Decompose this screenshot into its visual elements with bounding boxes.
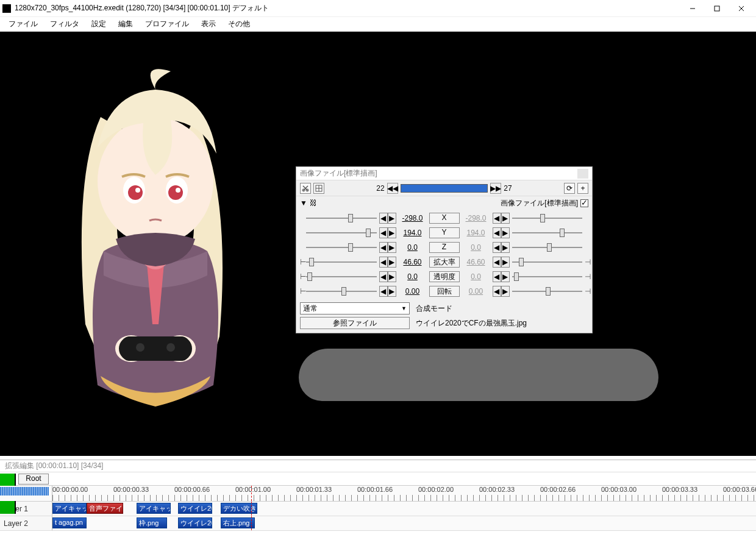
inc-button[interactable]: ▶ — [388, 227, 396, 238]
inc-button-r[interactable]: ▶ — [501, 286, 510, 297]
frame-range-bar[interactable] — [401, 184, 488, 193]
playhead[interactable] — [251, 486, 252, 501]
menu-filter[interactable]: フィルタ — [44, 17, 85, 31]
inc-button[interactable]: ▶ — [388, 257, 396, 268]
inc-button[interactable]: ▶ — [388, 213, 396, 224]
value-left[interactable]: 194.0 — [399, 229, 427, 237]
timeline-clip[interactable]: アイキャッチ — [137, 503, 171, 514]
playhead[interactable] — [251, 502, 252, 516]
value-left[interactable]: -298.0 — [399, 214, 427, 222]
inc-button-r[interactable]: ▶ — [501, 271, 510, 282]
cut-icon[interactable] — [300, 183, 311, 194]
prev-frame-button[interactable]: ◀◀ — [387, 183, 398, 194]
menu-settings[interactable]: 設定 — [85, 17, 112, 31]
blend-mode-select[interactable]: 通常 — [300, 302, 410, 314]
menu-edit[interactable]: 編集 — [112, 17, 139, 31]
layer-header[interactable]: Layer 2 — [0, 516, 52, 530]
inc-button[interactable]: ▶ — [388, 242, 396, 253]
param-label-button[interactable]: 拡大率 — [429, 257, 460, 268]
dec-button[interactable]: ◀ — [379, 257, 388, 268]
inc-button-r[interactable]: ▶ — [501, 213, 510, 224]
dec-button-r[interactable]: ◀ — [493, 242, 501, 253]
inc-button[interactable]: ▶ — [388, 271, 396, 282]
time-ruler[interactable]: 00:00:00.0000:00:00.3300:00:00.6600:00:0… — [52, 486, 756, 501]
value-right[interactable]: -298.0 — [462, 214, 490, 222]
timeline-clip[interactable]: 右上.png — [221, 517, 255, 528]
menu-view[interactable]: 表示 — [195, 17, 222, 31]
grid-icon[interactable] — [313, 183, 324, 194]
timeline-clip[interactable]: 音声ファイル — [87, 503, 123, 514]
value-right[interactable]: 0.0 — [462, 272, 490, 281]
value-left[interactable]: 0.0 — [399, 243, 427, 252]
dec-button[interactable]: ◀ — [379, 227, 388, 238]
dec-button-r[interactable]: ◀ — [493, 213, 501, 224]
dec-button[interactable]: ◀ — [379, 242, 388, 253]
slider-right[interactable] — [512, 257, 583, 268]
param-label-button[interactable]: Z — [429, 242, 460, 253]
timeline-title[interactable]: 拡張編集 [00:00:01.10] [34/34] — [0, 460, 756, 472]
slider-right[interactable] — [512, 242, 583, 253]
slider-left[interactable] — [306, 286, 377, 297]
menu-other[interactable]: その他 — [222, 17, 256, 31]
value-right[interactable]: 194.0 — [462, 229, 490, 237]
timeline-clip[interactable]: アイキャッチ — [52, 503, 87, 514]
dec-button-r[interactable]: ◀ — [493, 286, 501, 297]
value-left[interactable]: 0.00 — [399, 287, 427, 296]
menu-profile[interactable]: プロファイル — [139, 17, 195, 31]
layer-track[interactable]: t agag.pn枠.pngウイイレ202右上.png — [52, 516, 756, 530]
timeline-clip[interactable]: デカい吹き — [221, 503, 257, 514]
dec-button-r[interactable]: ◀ — [493, 271, 501, 282]
menu-file[interactable]: ファイル — [2, 17, 44, 31]
value-left[interactable]: 0.0 — [399, 272, 427, 281]
svg-point-9 — [135, 188, 140, 193]
slider-left[interactable] — [306, 242, 377, 253]
maximize-button[interactable] — [705, 0, 729, 17]
close-button[interactable] — [729, 0, 754, 17]
layer-track[interactable]: アイキャッチ音声ファイルアイキャッチウイイレ202デカい吹き — [52, 502, 756, 516]
slider-left[interactable] — [306, 257, 377, 268]
add-icon[interactable]: + — [577, 183, 588, 194]
param-label-button[interactable]: X — [429, 213, 460, 224]
app-icon — [2, 4, 11, 13]
slider-left[interactable] — [306, 213, 377, 224]
dec-button[interactable]: ◀ — [379, 271, 388, 282]
value-right[interactable]: 46.60 — [462, 258, 490, 266]
slider-right[interactable] — [512, 271, 583, 282]
dialog-title-text: 画像ファイル[標準描画] — [300, 168, 377, 179]
param-label-button[interactable]: Y — [429, 227, 460, 238]
timeline-clip[interactable]: t agag.pn — [52, 517, 87, 528]
timeline-clip[interactable]: ウイイレ202 — [178, 503, 212, 514]
dec-button-r[interactable]: ◀ — [493, 227, 501, 238]
inc-button-r[interactable]: ▶ — [501, 242, 510, 253]
value-right[interactable]: 0.00 — [462, 287, 490, 296]
dec-button-r[interactable]: ◀ — [493, 257, 501, 268]
link-icon[interactable]: ⛓ — [310, 199, 317, 207]
root-scene-button[interactable]: Root — [18, 474, 49, 485]
slider-right[interactable] — [512, 227, 583, 238]
dialog-close-button[interactable] — [577, 169, 588, 179]
slider-left[interactable] — [306, 227, 377, 238]
param-label-button[interactable]: 透明度 — [429, 271, 460, 282]
minimize-button[interactable] — [680, 0, 705, 17]
inc-button-r[interactable]: ▶ — [501, 227, 510, 238]
timeline-clip[interactable]: ウイイレ202 — [178, 517, 212, 528]
slider-left[interactable] — [306, 271, 377, 282]
ref-file-button[interactable]: 参照ファイル — [300, 317, 410, 329]
dialog-title[interactable]: 画像ファイル[標準描画] — [296, 167, 592, 180]
playhead[interactable] — [251, 516, 252, 530]
timeline-clip[interactable]: 枠.png — [137, 517, 167, 528]
dec-button[interactable]: ◀ — [379, 286, 388, 297]
inc-button-r[interactable]: ▶ — [501, 257, 510, 268]
dec-button[interactable]: ◀ — [379, 213, 388, 224]
slider-right[interactable] — [512, 213, 583, 224]
property-dialog[interactable]: 画像ファイル[標準描画] 22 ◀◀ ▶▶ 27 ⟳ + ▼ ⛓ 画像ファイル[… — [296, 166, 593, 333]
value-right[interactable]: 0.0 — [462, 243, 490, 252]
value-left[interactable]: 46.60 — [399, 258, 427, 266]
inc-button[interactable]: ▶ — [388, 286, 396, 297]
refresh-icon[interactable]: ⟳ — [564, 183, 575, 194]
next-frame-button[interactable]: ▶▶ — [490, 183, 501, 194]
param-label-button[interactable]: 回転 — [429, 286, 460, 297]
enable-checkbox[interactable] — [580, 199, 588, 207]
slider-right[interactable] — [512, 286, 583, 297]
collapse-icon[interactable]: ▼ — [300, 199, 307, 207]
